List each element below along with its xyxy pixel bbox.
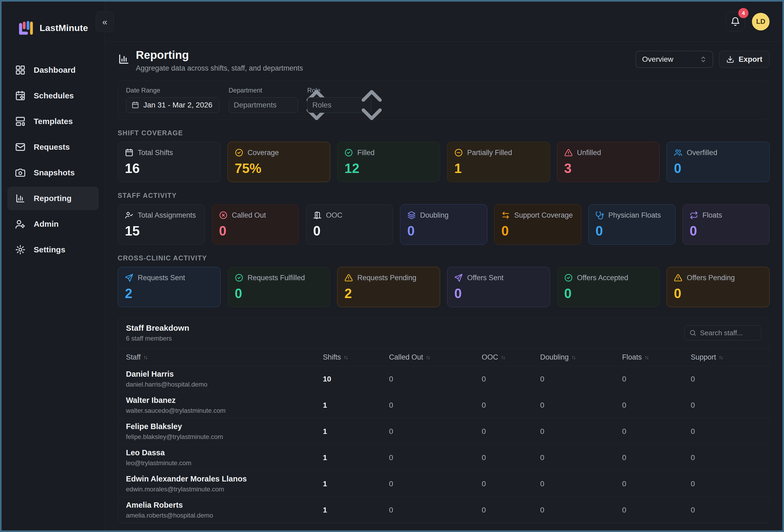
- sidebar: LastMinute Dashboard Schedules Templates…: [2, 2, 105, 530]
- calendar-icon: [125, 148, 134, 157]
- date-range-input[interactable]: Jan 31 - Mar 2, 2026: [126, 97, 220, 113]
- staff-table-row[interactable]: Daniel Harris daniel.harris@hospital.dem…: [118, 366, 769, 392]
- staff-shifts: 1: [323, 401, 389, 410]
- staff-search-input[interactable]: [700, 329, 756, 337]
- staff-doubling: 0: [540, 480, 622, 488]
- department-select[interactable]: Departments: [229, 97, 298, 113]
- staff-table-header: Staff↑↓ Shifts↑↓ Called Out↑↓ OOC↑↓ Doub…: [118, 348, 769, 366]
- staff-called-out: 0: [389, 453, 482, 462]
- staff-called-out: 0: [389, 480, 482, 488]
- staff-ooc: 0: [482, 506, 540, 514]
- app-window: LastMinute Dashboard Schedules Templates…: [0, 0, 784, 532]
- staff-table-row[interactable]: Leo Dassa leo@trylastminute.com 1 0 0 0 …: [118, 445, 769, 471]
- triangle-alert-icon: [674, 274, 682, 282]
- section-cross-clinic: CROSS-CLINIC ACTIVITY: [118, 254, 769, 262]
- staff-name: Leo Dassa: [126, 448, 323, 457]
- send-icon: [454, 274, 463, 282]
- staff-email: felipe.blaksley@trylastminute.com: [126, 433, 323, 441]
- sidebar-item-requests[interactable]: Requests: [7, 135, 99, 159]
- stat-label: Requests Sent: [138, 274, 185, 282]
- stat-card-offers-sent: Offers Sent 0: [447, 267, 550, 307]
- stat-card-total-assignments: Total Assignments 15: [118, 204, 205, 245]
- stat-label: Requests Pending: [357, 274, 416, 282]
- stat-card-coverage: Coverage 75%: [228, 142, 331, 182]
- calendar-cog-icon: [15, 90, 26, 101]
- staff-table-body: Daniel Harris daniel.harris@hospital.dem…: [118, 366, 769, 523]
- staff-ooc: 0: [482, 453, 540, 462]
- staff-shifts: 10: [323, 375, 389, 383]
- stat-card-requests-pending: Requests Pending 2: [337, 267, 440, 307]
- staff-called-out: 0: [389, 427, 482, 436]
- stat-label: Total Shifts: [138, 149, 173, 157]
- sidebar-item-admin[interactable]: Admin: [7, 212, 99, 236]
- avatar[interactable]: LD: [752, 13, 769, 30]
- filters-bar: Date Range Jan 31 - Mar 2, 2026 Departme…: [118, 81, 769, 120]
- staff-email: edwin.morales@trylastminute.com: [126, 485, 323, 493]
- page-title-block: Reporting Aggregate data across shifts, …: [118, 49, 303, 73]
- shift-coverage-cards: Total Shifts 16 Coverage 75% Filled 12 P…: [118, 142, 769, 182]
- sort-icon: ↑↓: [501, 354, 505, 360]
- stat-label: Filled: [357, 149, 374, 157]
- sidebar-item-schedules[interactable]: Schedules: [7, 84, 99, 108]
- stat-label: Total Assignments: [138, 211, 196, 220]
- staff-support: 0: [691, 453, 761, 462]
- stat-value: 0: [501, 224, 574, 239]
- column-header-support[interactable]: Support↑↓: [691, 353, 761, 361]
- staff-support: 0: [691, 427, 761, 436]
- staff-name: Amelia Roberts: [126, 501, 323, 509]
- sidebar-item-reporting[interactable]: Reporting: [7, 187, 99, 210]
- sidebar-item-label: Templates: [34, 117, 73, 126]
- page-header-actions: Overview Export: [636, 51, 769, 68]
- export-button[interactable]: Export: [719, 51, 769, 68]
- stat-label: Physician Floats: [608, 211, 661, 220]
- stat-label: Coverage: [248, 149, 279, 157]
- chevrons-up-down-icon: [700, 56, 707, 63]
- column-header-ooc[interactable]: OOC↑↓: [482, 353, 540, 361]
- stat-value: 1: [454, 161, 543, 176]
- section-shift-coverage: SHIFT COVERAGE: [118, 129, 769, 137]
- stat-value: 0: [235, 286, 323, 301]
- sidebar-item-label: Reporting: [34, 194, 72, 203]
- stat-value: 0: [219, 224, 292, 239]
- report-view-value: Overview: [642, 55, 673, 64]
- column-header-floats[interactable]: Floats↑↓: [622, 353, 691, 361]
- staff-table-row[interactable]: Walter Ibanez walter.saucedo@trylastminu…: [118, 392, 769, 418]
- column-header-doubling[interactable]: Doubling↑↓: [540, 353, 622, 361]
- staff-floats: 0: [622, 480, 691, 488]
- content: Reporting Aggregate data across shifts, …: [105, 42, 782, 530]
- stat-card-total-shifts: Total Shifts 16: [118, 142, 221, 182]
- circle-check-icon: [235, 274, 243, 282]
- sidebar-item-templates[interactable]: Templates: [7, 110, 99, 133]
- column-header-staff[interactable]: Staff↑↓: [126, 353, 323, 361]
- staff-table-row[interactable]: Felipe Blaksley felipe.blaksley@trylastm…: [118, 418, 769, 445]
- staff-table-row[interactable]: Amelia Roberts amelia.roberts@hospital.d…: [118, 497, 769, 523]
- role-select[interactable]: Roles: [307, 97, 371, 113]
- sidebar-item-dashboard[interactable]: Dashboard: [7, 58, 99, 82]
- sidebar-item-settings[interactable]: Settings: [7, 238, 99, 261]
- stethoscope-icon: [595, 211, 604, 220]
- notifications-button[interactable]: 4: [726, 12, 745, 31]
- stat-label: Called Out: [232, 211, 266, 220]
- column-header-called-out[interactable]: Called Out↑↓: [389, 353, 482, 361]
- circle-minus-icon: [454, 148, 463, 157]
- date-range-field: Date Range Jan 31 - Mar 2, 2026: [126, 87, 220, 113]
- staff-cell: Daniel Harris daniel.harris@hospital.dem…: [126, 370, 323, 388]
- sort-icon: ↑↓: [143, 354, 147, 360]
- gear-icon: [15, 244, 26, 255]
- staff-table-row[interactable]: Edwin Alexander Morales Llanos edwin.mor…: [118, 471, 769, 497]
- report-view-select[interactable]: Overview: [636, 51, 713, 68]
- sidebar-item-label: Schedules: [34, 91, 74, 100]
- stat-value: 12: [344, 161, 433, 176]
- stat-label: Partially Filled: [467, 149, 512, 157]
- users-icon: [674, 148, 682, 157]
- stat-label: Doubling: [420, 211, 449, 220]
- stat-value: 2: [344, 286, 433, 301]
- mail-icon: [15, 142, 26, 152]
- stat-label: Offers Pending: [687, 274, 735, 282]
- sidebar-collapse-button[interactable]: «: [96, 11, 114, 32]
- sort-icon: ↑↓: [344, 354, 347, 360]
- sidebar-item-snapshots[interactable]: Snapshots: [7, 161, 99, 185]
- stat-label: Unfilled: [577, 149, 601, 157]
- column-header-shifts[interactable]: Shifts↑↓: [323, 353, 389, 361]
- chevrons-up-down-icon: [332, 85, 412, 125]
